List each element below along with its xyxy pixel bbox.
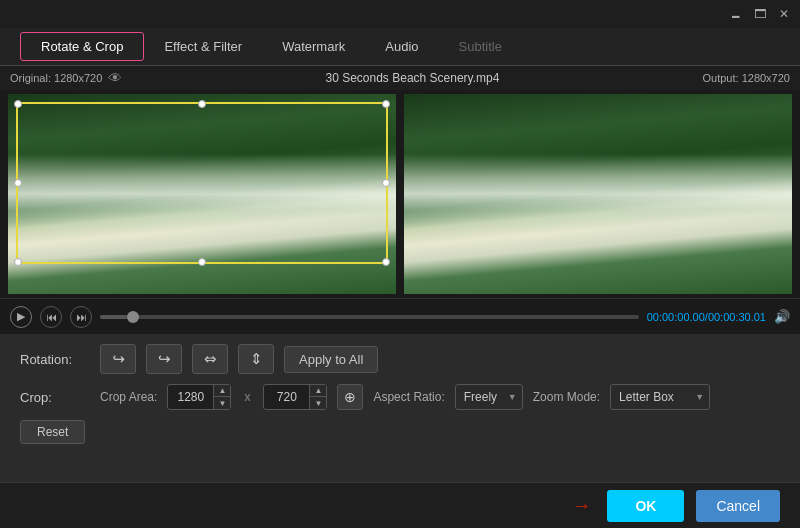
aspect-ratio-select-wrap: Freely 16:9 4:3 1:1 ▼ xyxy=(455,384,523,410)
crop-width-input-wrap: ▲ ▼ xyxy=(167,384,231,410)
timeline-dot[interactable] xyxy=(127,311,139,323)
reset-button[interactable]: Reset xyxy=(20,420,85,444)
rewind-start-button[interactable]: ⏮ xyxy=(40,306,62,328)
crop-height-up[interactable]: ▲ xyxy=(310,385,326,397)
rotate-right-button[interactable]: ↪ xyxy=(146,344,182,374)
tab-subtitle: Subtitle xyxy=(439,33,522,60)
crop-height-input[interactable] xyxy=(264,390,309,404)
minimize-button[interactable]: 🗕 xyxy=(728,6,744,22)
tab-effect-filter[interactable]: Effect & Filter xyxy=(144,33,262,60)
original-label: Original: 1280x720 xyxy=(10,72,102,84)
original-ocean-bg xyxy=(8,94,396,294)
ocean-wave-overlay xyxy=(8,154,396,234)
controls-area: Rotation: ↩ ↪ ⇔ ⇕ Apply to All Crop: Cro… xyxy=(0,334,800,454)
flip-h-icon: ⇔ xyxy=(204,350,217,368)
zoom-mode-select-wrap: Letter Box Pan & Scan Full ▼ xyxy=(610,384,710,410)
bottom-bar: → OK Cancel xyxy=(0,482,800,528)
crop-row: Crop: Crop Area: ▲ ▼ x ▲ ▼ ⊕ Aspect Rati… xyxy=(20,384,780,410)
timeline-bar: ▶ ⏮ ⏭ 00:00:00.00/00:00:30.01 🔊 xyxy=(0,298,800,334)
step-forward-button[interactable]: ⏭ xyxy=(70,306,92,328)
play-button[interactable]: ▶ xyxy=(10,306,32,328)
tab-watermark[interactable]: Watermark xyxy=(262,33,365,60)
rotation-label: Rotation: xyxy=(20,352,90,367)
preview-ocean-bg xyxy=(404,94,792,294)
flip-horizontal-button[interactable]: ⇔ xyxy=(192,344,228,374)
flip-v-icon: ⇕ xyxy=(250,350,263,368)
dimension-separator: x xyxy=(241,390,253,404)
rotate-right-icon: ↪ xyxy=(158,350,171,368)
tab-rotate-crop[interactable]: Rotate & Crop xyxy=(20,32,144,61)
ok-button[interactable]: OK xyxy=(607,490,684,522)
crop-width-down[interactable]: ▼ xyxy=(214,397,230,409)
flip-vertical-button[interactable]: ⇕ xyxy=(238,344,274,374)
volume-icon[interactable]: 🔊 xyxy=(774,309,790,324)
preview-wave-overlay xyxy=(404,154,792,234)
timeline-track[interactable] xyxy=(100,315,639,319)
rotation-row: Rotation: ↩ ↪ ⇔ ⇕ Apply to All xyxy=(20,344,780,374)
cancel-button[interactable]: Cancel xyxy=(696,490,780,522)
arrow-hint-icon: → xyxy=(571,494,591,517)
crop-area-label: Crop Area: xyxy=(100,390,157,404)
crop-width-input[interactable] xyxy=(168,390,213,404)
aspect-ratio-label: Aspect Ratio: xyxy=(373,390,444,404)
timeline-progress xyxy=(100,315,127,319)
aspect-ratio-select[interactable]: Freely 16:9 4:3 1:1 xyxy=(455,384,523,410)
output-label: Output: 1280x720 xyxy=(703,72,790,84)
zoom-mode-select[interactable]: Letter Box Pan & Scan Full xyxy=(610,384,710,410)
crop-height-arrows: ▲ ▼ xyxy=(309,385,326,409)
tab-audio[interactable]: Audio xyxy=(365,33,438,60)
rotate-left-button[interactable]: ↩ xyxy=(100,344,136,374)
reset-row: Reset xyxy=(20,420,780,444)
tabs-container: Rotate & Crop Effect & Filter Watermark … xyxy=(0,28,800,66)
maximize-button[interactable]: 🗖 xyxy=(752,6,768,22)
original-video-panel xyxy=(8,94,396,294)
eye-icon[interactable]: 👁 xyxy=(108,70,122,86)
video-header: Original: 1280x720 👁 30 Seconds Beach Sc… xyxy=(0,66,800,90)
video-panels xyxy=(0,90,800,298)
original-label-wrap: Original: 1280x720 👁 xyxy=(10,70,122,86)
preview-video-panel xyxy=(404,94,792,294)
crop-height-down[interactable]: ▼ xyxy=(310,397,326,409)
close-button[interactable]: ✕ xyxy=(776,6,792,22)
apply-to-all-button[interactable]: Apply to All xyxy=(284,346,378,373)
filename-label: 30 Seconds Beach Scenery.mp4 xyxy=(325,71,499,85)
title-bar: 🗕 🗖 ✕ xyxy=(0,0,800,28)
rotate-left-icon: ↩ xyxy=(112,350,125,368)
crop-height-input-wrap: ▲ ▼ xyxy=(263,384,327,410)
crop-center-button[interactable]: ⊕ xyxy=(337,384,363,410)
time-display: 00:00:00.00/00:00:30.01 xyxy=(647,311,766,323)
crop-width-up[interactable]: ▲ xyxy=(214,385,230,397)
zoom-mode-label: Zoom Mode: xyxy=(533,390,600,404)
crop-label: Crop: xyxy=(20,390,90,405)
center-crop-icon: ⊕ xyxy=(344,389,356,405)
crop-width-arrows: ▲ ▼ xyxy=(213,385,230,409)
